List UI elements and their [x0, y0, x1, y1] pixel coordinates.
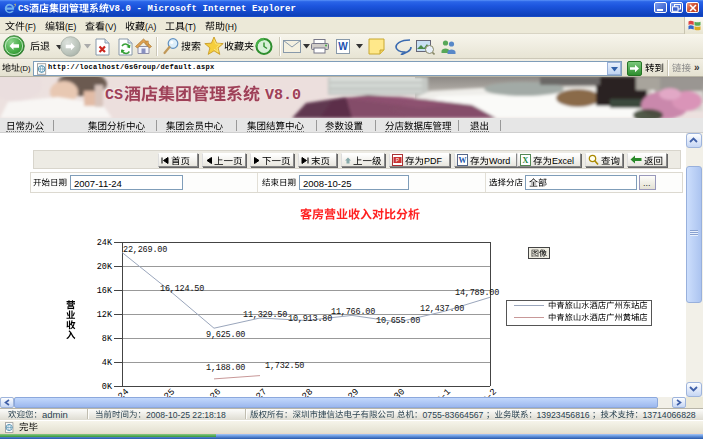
svg-text:W: W — [338, 41, 348, 52]
